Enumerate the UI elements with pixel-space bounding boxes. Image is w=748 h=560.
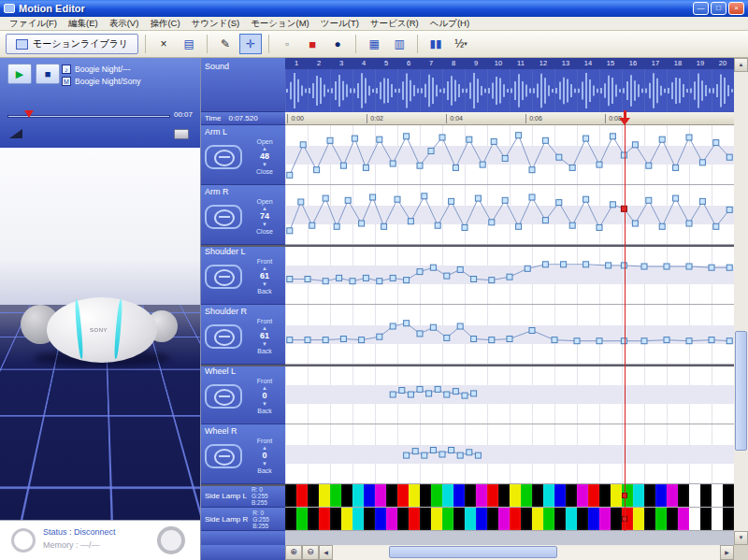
- lamp-color-segment[interactable]: [723, 508, 734, 530]
- keyframe[interactable]: [298, 199, 304, 205]
- lamp-color-segment[interactable]: [386, 484, 397, 507]
- keyframe[interactable]: [726, 338, 732, 344]
- keyframe[interactable]: [417, 331, 423, 337]
- keyframe[interactable]: [404, 134, 410, 139]
- horizontal-scroll-track[interactable]: [333, 545, 720, 560]
- volume-icon[interactable]: [9, 129, 22, 138]
- menu-item[interactable]: 編集(E): [63, 18, 104, 30]
- half-step-tool-button[interactable]: ½▾: [450, 34, 472, 54]
- lamp-color-segment[interactable]: [375, 484, 386, 507]
- lamp-color-segment[interactable]: [431, 484, 442, 507]
- keyframe[interactable]: [686, 221, 692, 226]
- lamp-color-segment[interactable]: [577, 508, 588, 530]
- keyframe[interactable]: [350, 279, 355, 284]
- keyframe[interactable]: [408, 219, 413, 224]
- keyframe[interactable]: [340, 163, 346, 168]
- keyframe[interactable]: [542, 262, 548, 267]
- lamp-color-segment[interactable]: [476, 508, 487, 530]
- keyframe[interactable]: [395, 196, 400, 202]
- keyframe[interactable]: [462, 224, 468, 230]
- scroll-right-arrow-icon[interactable]: ▶: [720, 545, 734, 560]
- lamp-color-segment[interactable]: [498, 484, 510, 507]
- keyframe[interactable]: [659, 223, 665, 229]
- lamp-color-segment[interactable]: [655, 484, 667, 507]
- lamp-color-segment[interactable]: [453, 508, 465, 530]
- keyframe[interactable]: [641, 338, 647, 344]
- close-button[interactable]: ×: [728, 2, 744, 15]
- keyframe[interactable]: [552, 337, 557, 343]
- lamp-color-segment[interactable]: [521, 508, 532, 530]
- lamp-color-segment[interactable]: [409, 508, 420, 530]
- lamp-color-segment[interactable]: [633, 484, 644, 507]
- playlist-item[interactable]: M Boogie Night/Sony: [62, 75, 196, 87]
- keyframe[interactable]: [300, 142, 306, 148]
- grid-b-tool-button[interactable]: ▥: [388, 34, 410, 54]
- lamp-color-segment[interactable]: [532, 484, 543, 507]
- keyframe[interactable]: [475, 195, 481, 201]
- lamp-color-segment[interactable]: [296, 508, 308, 530]
- keyframe[interactable]: [390, 275, 396, 280]
- play-button[interactable]: ▶: [7, 64, 32, 84]
- keyframe[interactable]: [363, 275, 368, 280]
- keyframe[interactable]: [480, 162, 485, 167]
- keyframe[interactable]: [475, 452, 481, 458]
- lamp-color-segment[interactable]: [678, 484, 689, 507]
- decrement-arrow-icon[interactable]: ▼: [262, 161, 267, 168]
- lamp-color-segment[interactable]: [285, 484, 296, 507]
- keyframe[interactable]: [399, 388, 405, 394]
- pencil-tool-button[interactable]: ✎: [214, 34, 237, 54]
- lamp-color-segment[interactable]: [319, 508, 330, 530]
- maximize-button[interactable]: □: [711, 2, 726, 15]
- keyframe[interactable]: [323, 279, 328, 284]
- import-tool-button[interactable]: ▤: [178, 34, 200, 54]
- keyframe[interactable]: [664, 264, 669, 269]
- lamp-color-segment[interactable]: [498, 508, 510, 530]
- keyframe[interactable]: [370, 194, 376, 200]
- lamp-color-segment[interactable]: [420, 484, 431, 507]
- keyframe[interactable]: [422, 194, 427, 199]
- keyframe[interactable]: [417, 163, 423, 168]
- lamp-color-segment[interactable]: [352, 508, 364, 530]
- menu-item[interactable]: 表示(V): [104, 18, 145, 30]
- keyframe[interactable]: [444, 335, 450, 340]
- lamp-color-segment[interactable]: [644, 508, 655, 530]
- keyframe[interactable]: [632, 142, 638, 148]
- lamp-color-segment[interactable]: [341, 508, 352, 530]
- keyframe[interactable]: [726, 154, 732, 160]
- lamp-color-segment[interactable]: [330, 484, 341, 507]
- keyframe[interactable]: [323, 337, 328, 343]
- keyframe[interactable]: [471, 337, 477, 342]
- keyframe[interactable]: [462, 393, 468, 398]
- lane-arm-r[interactable]: [285, 185, 734, 245]
- keyframe[interactable]: [542, 218, 548, 223]
- keyframe[interactable]: [337, 275, 342, 280]
- keyframe[interactable]: [430, 448, 436, 453]
- lane-arm-l[interactable]: [285, 125, 734, 185]
- keyframe[interactable]: [726, 265, 732, 270]
- lamp-color-segment[interactable]: [689, 508, 700, 530]
- keyframe[interactable]: [430, 265, 436, 270]
- keyframe[interactable]: [516, 223, 522, 229]
- lamp-color-segment[interactable]: [308, 508, 319, 530]
- keyframe[interactable]: [287, 172, 293, 178]
- keyframe[interactable]: [686, 264, 692, 269]
- lamp-color-segment[interactable]: [700, 484, 712, 507]
- keyframe[interactable]: [569, 223, 575, 228]
- keyframe[interactable]: [457, 323, 463, 329]
- lamp-color-segment[interactable]: [611, 508, 622, 530]
- keyframe[interactable]: [646, 197, 652, 203]
- lamp-color-segment[interactable]: [712, 508, 723, 530]
- lamp-color-segment[interactable]: [588, 508, 599, 530]
- keyframe[interactable]: [597, 338, 602, 344]
- zoom-in-button[interactable]: ⊕: [285, 545, 302, 560]
- vertical-scrollbar[interactable]: ▲ ▼: [734, 58, 748, 545]
- lamp-color-segment[interactable]: [644, 484, 655, 507]
- lamp-color-segment[interactable]: [352, 484, 364, 507]
- keyframe[interactable]: [673, 195, 679, 201]
- zoom-out-button[interactable]: ⊖: [302, 545, 319, 560]
- keyframe[interactable]: [556, 200, 562, 206]
- lamp-color-segment[interactable]: [566, 508, 577, 530]
- keyframe[interactable]: [664, 337, 669, 343]
- keyframe[interactable]: [426, 391, 432, 396]
- keyframe[interactable]: [502, 197, 508, 203]
